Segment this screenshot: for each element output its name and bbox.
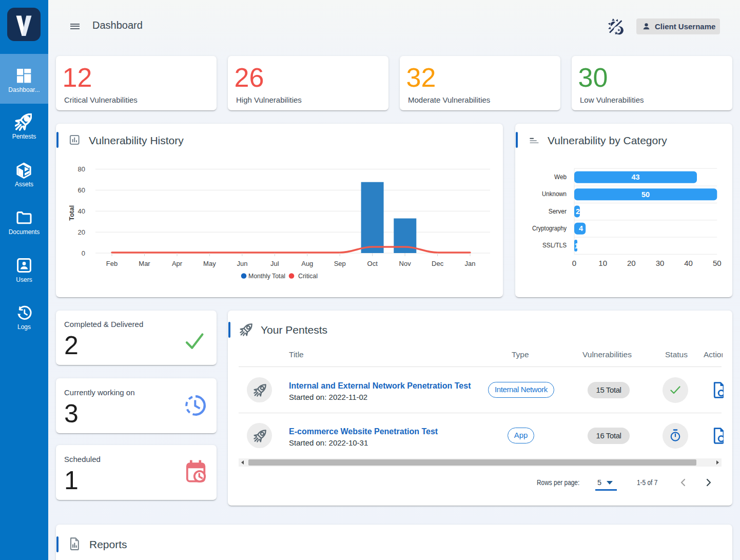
svg-text:20: 20 xyxy=(78,228,85,236)
svg-text:80: 80 xyxy=(78,165,85,173)
svg-text:40: 40 xyxy=(684,259,693,267)
svg-text:Server: Server xyxy=(549,208,567,215)
svg-text:50: 50 xyxy=(641,190,650,199)
svg-text:Sep: Sep xyxy=(334,260,346,267)
svg-text:Cryptography: Cryptography xyxy=(532,225,567,232)
svg-text:60: 60 xyxy=(78,186,85,194)
svg-text:Apr: Apr xyxy=(172,260,183,267)
svg-text:4: 4 xyxy=(579,224,583,233)
svg-text:Total: Total xyxy=(68,205,75,221)
svg-text:Jul: Jul xyxy=(270,260,279,267)
svg-text:Nov: Nov xyxy=(399,260,412,267)
svg-text:30: 30 xyxy=(656,259,665,267)
svg-text:Oct: Oct xyxy=(367,260,378,267)
svg-text:1: 1 xyxy=(574,242,578,250)
svg-text:20: 20 xyxy=(627,259,636,267)
svg-text:SSL/TLS: SSL/TLS xyxy=(542,242,567,249)
svg-text:Jan: Jan xyxy=(465,260,476,267)
svg-text:2: 2 xyxy=(576,207,580,216)
svg-text:Dec: Dec xyxy=(432,260,444,267)
svg-text:43: 43 xyxy=(631,173,639,181)
svg-text:Monthly Total: Monthly Total xyxy=(248,272,285,280)
svg-text:May: May xyxy=(203,260,216,267)
svg-text:10: 10 xyxy=(598,259,607,267)
svg-text:Jun: Jun xyxy=(237,260,247,267)
svg-text:Critical: Critical xyxy=(298,272,318,280)
svg-text:40: 40 xyxy=(78,207,85,215)
svg-text:Unknown: Unknown xyxy=(542,190,567,198)
svg-text:0: 0 xyxy=(82,249,85,257)
svg-text:Mar: Mar xyxy=(139,260,150,267)
svg-text:0: 0 xyxy=(572,259,576,267)
svg-text:Feb: Feb xyxy=(106,260,118,267)
svg-text:Web: Web xyxy=(554,173,567,181)
svg-text:50: 50 xyxy=(713,259,722,267)
svg-text:Aug: Aug xyxy=(301,260,313,267)
